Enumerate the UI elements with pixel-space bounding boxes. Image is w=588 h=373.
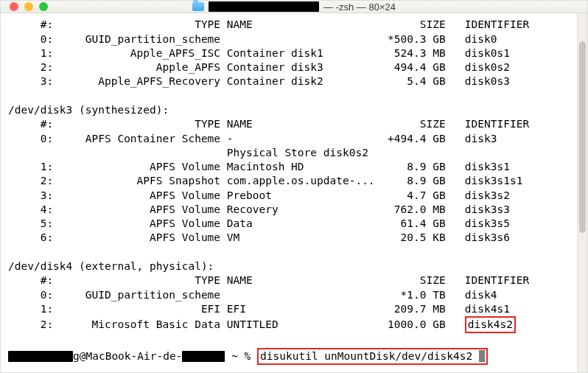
content-area: #: TYPE NAME SIZE IDENTIFIER 0: GUID_par… bbox=[1, 13, 587, 372]
user-redacted bbox=[8, 351, 73, 362]
title-redacted bbox=[209, 1, 319, 12]
highlighted-identifier: disk4s2 bbox=[465, 316, 516, 333]
title-text: — -zsh — 80×24 bbox=[323, 1, 396, 13]
host-redacted bbox=[182, 351, 225, 362]
titlebar: — -zsh — 80×24 bbox=[1, 1, 587, 13]
minimize-icon[interactable] bbox=[24, 2, 33, 11]
close-icon[interactable] bbox=[10, 2, 18, 11]
scrollbar-thumb[interactable] bbox=[579, 41, 586, 233]
cursor-icon bbox=[479, 350, 485, 362]
window-title: — -zsh — 80×24 bbox=[1, 1, 587, 13]
terminal-output[interactable]: #: TYPE NAME SIZE IDENTIFIER 0: GUID_par… bbox=[1, 13, 577, 372]
scrollbar[interactable] bbox=[577, 13, 587, 372]
terminal-window: — -zsh — 80×24 #: TYPE NAME SIZE IDENTIF… bbox=[0, 0, 588, 373]
window-controls bbox=[10, 2, 48, 11]
zoom-icon[interactable] bbox=[39, 2, 48, 11]
folder-icon bbox=[192, 2, 204, 11]
highlighted-command: disukutil unMountDisk/dev/disk4s2 bbox=[257, 348, 488, 365]
